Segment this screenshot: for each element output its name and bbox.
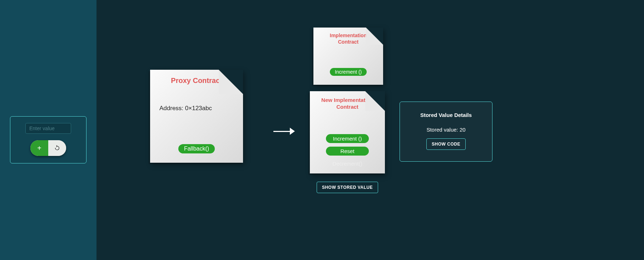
impl-new-decrement-label: Decrement() bbox=[326, 159, 369, 168]
stored-value-details-panel: Stored Value Details Stored value: 20 Sh… bbox=[400, 102, 492, 162]
show-stored-value-button[interactable]: Show Stored Value bbox=[317, 182, 378, 193]
impl-old-increment-label: Increment () bbox=[330, 68, 367, 76]
increment-reset-toggle: + bbox=[30, 140, 66, 156]
new-implementation-contract-title: New ImplementationContract bbox=[310, 97, 385, 111]
show-code-button[interactable]: Show Code bbox=[426, 138, 466, 150]
impl-new-increment-label: Increment () bbox=[326, 134, 369, 143]
proxy-contract-address: Address: 0×123abc bbox=[159, 105, 243, 112]
stored-value-line: Stored value: 20 bbox=[400, 127, 492, 133]
implementation-contract-paper: ImplementationContract Increment () bbox=[313, 28, 383, 85]
increment-button[interactable]: + bbox=[30, 140, 48, 156]
control-card: + bbox=[10, 116, 86, 163]
reset-button[interactable] bbox=[48, 140, 66, 156]
proxy-contract-paper: Proxy Contract Address: 0×123abc Fallbac… bbox=[150, 70, 243, 163]
proxy-contract-title: Proxy Contract bbox=[150, 76, 243, 85]
impl-new-reset-label: Reset bbox=[326, 147, 369, 156]
fallback-label: Fallback() bbox=[178, 144, 215, 153]
sidebar: + bbox=[0, 0, 96, 260]
value-input[interactable] bbox=[25, 123, 71, 134]
stored-value-details-header: Stored Value Details bbox=[400, 112, 492, 118]
delegate-arrow bbox=[273, 126, 295, 137]
implementation-contract-title: ImplementationContract bbox=[313, 33, 383, 45]
show-stored-value-wrap: Show Stored Value bbox=[310, 178, 385, 193]
reset-icon bbox=[54, 145, 60, 151]
new-implementation-contract-paper: New ImplementationContract Increment () … bbox=[310, 91, 385, 173]
